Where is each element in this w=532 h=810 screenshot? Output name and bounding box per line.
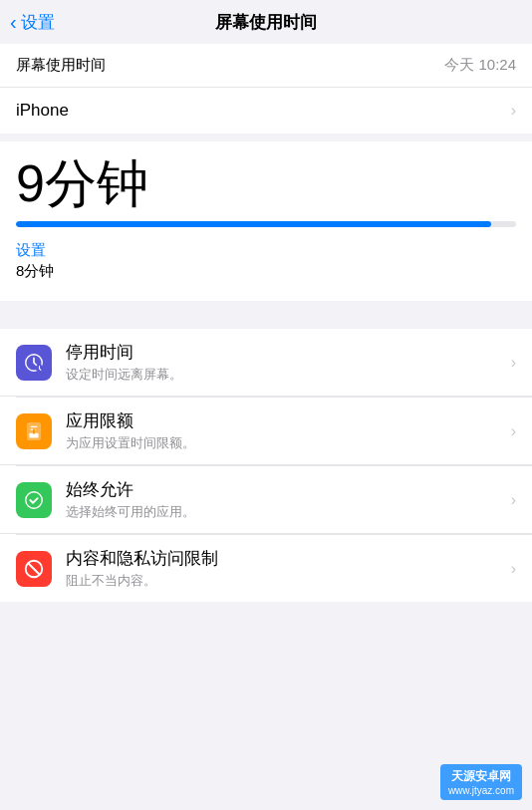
svg-line-6 — [29, 563, 40, 574]
app-limits-title: 应用限额 — [66, 409, 503, 432]
iphone-row[interactable]: iPhone › — [0, 88, 532, 134]
screen-time-label: 屏幕使用时间 — [16, 56, 106, 75]
page-title: 屏幕使用时间 — [215, 11, 317, 34]
back-label: 设置 — [21, 11, 55, 34]
content-privacy-icon — [16, 551, 52, 587]
usage-progress-bar — [16, 221, 516, 227]
always-allow-icon — [16, 482, 52, 518]
downtime-chevron-icon: › — [511, 354, 516, 372]
back-button[interactable]: ‹ 设置 — [10, 11, 55, 34]
content-privacy-title: 内容和隐私访问限制 — [66, 547, 503, 570]
always-allow-subtitle: 选择始终可用的应用。 — [66, 503, 503, 521]
watermark-line1: 天源安卓网 — [451, 768, 511, 785]
app-limits-item[interactable]: 应用限额 为应用设置时间限额。 › — [0, 398, 532, 465]
always-allow-chevron-icon: › — [511, 491, 516, 509]
big-time-section: 9分钟 设置 8分钟 — [0, 141, 532, 301]
watermark-line2: www.jtyaz.com — [448, 785, 514, 796]
always-allow-svg-icon — [23, 489, 45, 511]
screen-time-date: 今天 10:24 — [444, 56, 516, 75]
app-limits-subtitle: 为应用设置时间限额。 — [66, 434, 503, 452]
downtime-subtitle: 设定时间远离屏幕。 — [66, 366, 503, 384]
content-privacy-chevron-icon: › — [511, 560, 516, 578]
content-privacy-text: 内容和隐私访问限制 阻止不当内容。 — [66, 547, 503, 590]
svg-point-4 — [26, 491, 43, 508]
content-privacy-subtitle: 阻止不当内容。 — [66, 572, 503, 590]
app-limits-text: 应用限额 为应用设置时间限额。 — [66, 409, 503, 452]
iphone-label: iPhone — [16, 101, 69, 121]
sub-time: 8分钟 — [16, 262, 516, 281]
content-privacy-item[interactable]: 内容和隐私访问限制 阻止不当内容。 › — [0, 535, 532, 602]
downtime-title: 停用时间 — [66, 341, 503, 364]
watermark: 天源安卓网 www.jtyaz.com — [440, 764, 522, 800]
iphone-chevron-icon: › — [511, 102, 516, 120]
content-privacy-svg-icon — [23, 558, 45, 580]
downtime-icon — [16, 345, 52, 381]
sub-label: 设置 — [16, 241, 516, 260]
app-limits-svg-icon — [23, 420, 45, 442]
progress-bar-fill — [16, 221, 491, 227]
back-chevron-icon: ‹ — [10, 11, 17, 34]
screen-time-header-section: 屏幕使用时间 今天 10:24 iPhone › — [0, 44, 532, 134]
app-limits-icon — [16, 413, 52, 449]
settings-list-section: 停用时间 设定时间远离屏幕。 › 应用限额 为应用设置时间限额。 › — [0, 329, 532, 602]
nav-bar: ‹ 设置 屏幕使用时间 — [0, 0, 532, 44]
always-allow-title: 始终允许 — [66, 478, 503, 501]
always-allow-text: 始终允许 选择始终可用的应用。 — [66, 478, 503, 521]
app-limits-chevron-icon: › — [511, 422, 516, 440]
screen-time-header-row: 屏幕使用时间 今天 10:24 — [0, 44, 532, 88]
big-time-value: 9分钟 — [16, 157, 516, 209]
downtime-text: 停用时间 设定时间远离屏幕。 — [66, 341, 503, 384]
downtime-item[interactable]: 停用时间 设定时间远离屏幕。 › — [0, 329, 532, 397]
downtime-svg-icon — [23, 352, 45, 374]
always-allow-item[interactable]: 始终允许 选择始终可用的应用。 › — [0, 466, 532, 534]
